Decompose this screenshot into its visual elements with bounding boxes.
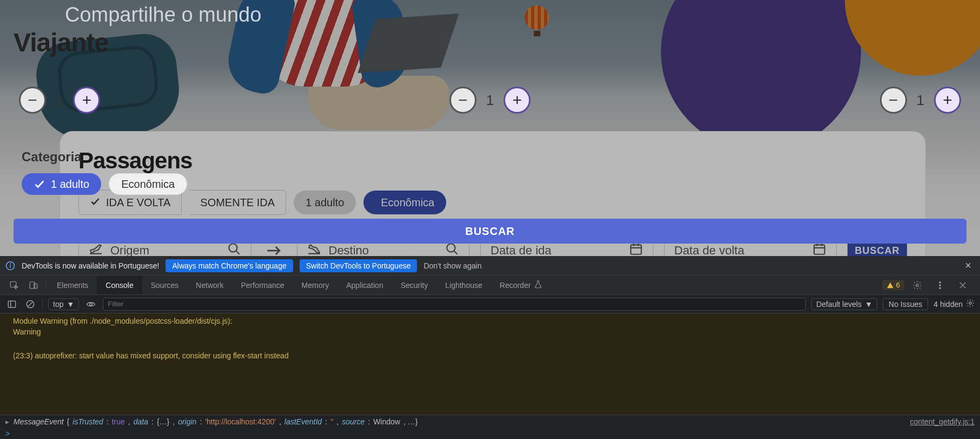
banner-close-button[interactable]: ×: [962, 259, 975, 272]
tab-recorder[interactable]: Recorder: [491, 276, 552, 294]
hidden-label: 4 hidden: [933, 300, 963, 309]
card-search-label: BUSCAR: [855, 245, 899, 257]
console-message-row[interactable]: ▸ MessageEvent { isTrusted: true, data: …: [0, 415, 980, 428]
return-label: Data de volta: [674, 244, 745, 256]
tab-performance[interactable]: Performance: [232, 276, 293, 294]
context-label: top: [53, 300, 63, 309]
decrement-button[interactable]: −: [880, 87, 907, 114]
svg-line-1: [236, 251, 240, 254]
clear-console-button[interactable]: [24, 298, 37, 311]
counter-3-value: 1: [917, 92, 924, 109]
svg-point-20: [939, 281, 941, 283]
plus-icon: +: [943, 91, 952, 109]
hero-subtitle: Compartilhe o mundo: [65, 3, 966, 27]
tab-network[interactable]: Network: [187, 276, 232, 294]
devtools-panel: DevTools is now available in Portuguese!…: [0, 256, 980, 439]
origin-label: Origem: [110, 244, 149, 256]
console-output[interactable]: Module Warning (from ./node_modules/post…: [0, 313, 980, 415]
chevron-down-icon: ▼: [865, 300, 872, 309]
decrement-button[interactable]: −: [19, 87, 46, 114]
minus-icon: −: [458, 91, 468, 109]
svg-point-15: [10, 263, 11, 264]
search-icon: [445, 242, 459, 256]
more-button[interactable]: [930, 280, 950, 290]
increment-button[interactable]: +: [73, 87, 100, 114]
console-warning-line: Module Warning (from ./node_modules/post…: [0, 316, 980, 326]
chip-economy[interactable]: Econômica: [109, 173, 187, 195]
svg-point-0: [229, 244, 237, 252]
svg-point-19: [916, 284, 919, 286]
tab-elements[interactable]: Elements: [48, 276, 97, 294]
svg-line-4: [454, 251, 458, 254]
plane-takeoff-icon: [89, 242, 103, 256]
increment-button[interactable]: +: [504, 87, 531, 114]
svg-rect-16: [10, 281, 16, 287]
svg-point-3: [447, 244, 455, 252]
popup-search-button[interactable]: BUSCAR: [14, 219, 966, 244]
gear-icon: [966, 299, 975, 309]
tab-security[interactable]: Security: [392, 276, 437, 294]
svg-point-21: [939, 284, 941, 285]
flask-icon: [534, 280, 542, 290]
svg-point-30: [969, 302, 971, 304]
log-levels-selector[interactable]: Default levels ▼: [811, 298, 877, 310]
close-devtools-button[interactable]: [953, 280, 972, 290]
category-label: Categoria: [22, 149, 966, 165]
msg-event-name: MessageEvent: [14, 417, 64, 426]
warnings-count: 6: [896, 281, 900, 289]
console-filter-input[interactable]: [103, 298, 806, 311]
console-warning-line: Warning: [0, 326, 980, 337]
issues-label: No Issues: [889, 300, 922, 309]
counter-2: − 1 +: [449, 87, 531, 114]
popup-title: Viajante: [14, 28, 966, 57]
settings-button[interactable]: [908, 280, 927, 290]
console-sidebar-button[interactable]: [5, 298, 18, 311]
hidden-count[interactable]: 4 hidden: [933, 299, 975, 309]
banner-switch-language-button[interactable]: Switch DevTools to Portuguese: [300, 259, 418, 272]
app-viewport: Passagens IDA E VOLTA SOMENTE IDA 1 adul…: [0, 0, 980, 256]
calendar-icon: [812, 242, 826, 256]
minus-icon: −: [28, 91, 37, 109]
counter-3: − 1 +: [880, 87, 961, 114]
prompt-caret: >: [5, 429, 10, 438]
svg-point-29: [90, 303, 92, 305]
chip-economy-label: Econômica: [121, 178, 175, 191]
console-warning-line: [0, 337, 980, 348]
live-expression-button[interactable]: [84, 298, 97, 311]
devtools-tabbar: Elements Console Sources Network Perform…: [0, 276, 980, 295]
traveller-popup: Compartilhe o mundo Viajante − 1 + − 1 +…: [5, 0, 975, 234]
traveller-counters: − 1 + − 1 + − 1 +: [14, 87, 966, 114]
popup-search-label: BUSCAR: [465, 225, 515, 238]
console-prompt[interactable]: >: [0, 428, 980, 439]
console-warning-line: (23:3) autoprefixer: start value has mix…: [0, 350, 980, 361]
svg-rect-5: [631, 245, 641, 254]
console-source-link[interactable]: content_getdify.js:1: [910, 417, 975, 426]
execution-context-selector[interactable]: top ▼: [48, 298, 79, 310]
plus-icon: +: [512, 91, 522, 109]
tab-console[interactable]: Console: [97, 276, 142, 294]
chip-adult[interactable]: 1 adulto: [22, 173, 101, 195]
tab-sources[interactable]: Sources: [142, 276, 187, 294]
tab-application[interactable]: Application: [337, 276, 392, 294]
svg-rect-9: [814, 245, 825, 254]
banner-dont-show-link[interactable]: Don't show again: [423, 261, 481, 270]
device-toolbar-button[interactable]: [24, 276, 43, 294]
category-chip-row: 1 adulto Econômica: [22, 173, 966, 195]
expand-caret-icon[interactable]: ▸: [5, 417, 9, 426]
minus-icon: −: [889, 91, 898, 109]
svg-point-22: [939, 287, 941, 289]
chip-adult-label: 1 adulto: [51, 178, 89, 191]
tab-lighthouse[interactable]: Lighthouse: [436, 276, 491, 294]
decrement-button[interactable]: −: [449, 87, 476, 114]
counter-1: − 1 +: [19, 87, 100, 114]
check-icon: [34, 178, 45, 190]
inspect-element-button[interactable]: [4, 276, 24, 294]
devtools-language-banner: DevTools is now available in Portuguese!…: [0, 256, 980, 276]
increment-button[interactable]: +: [934, 87, 961, 114]
banner-message: DevTools is now available in Portuguese!: [22, 261, 159, 270]
tab-memory[interactable]: Memory: [293, 276, 338, 294]
banner-always-match-button[interactable]: Always match Chrome's language: [165, 259, 293, 272]
plus-icon: +: [82, 91, 92, 109]
warnings-badge[interactable]: 6: [882, 280, 904, 290]
issues-button[interactable]: No Issues: [883, 298, 928, 310]
